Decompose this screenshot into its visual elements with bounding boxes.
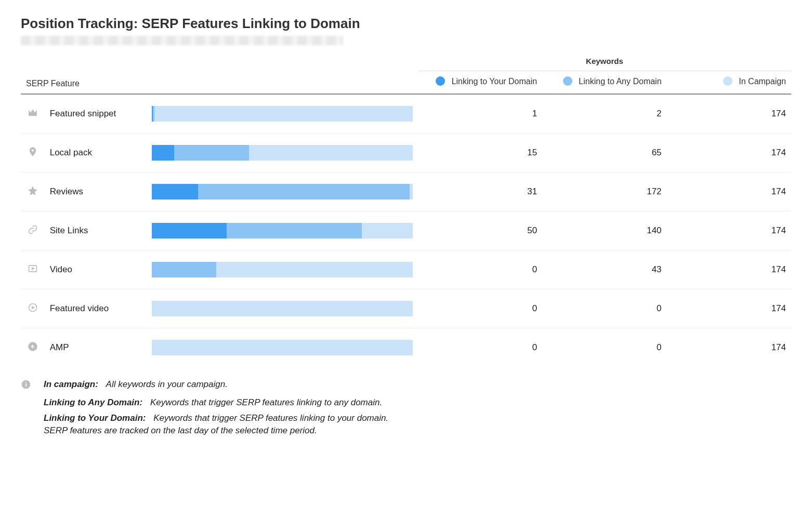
feature-bar [147, 328, 418, 367]
value-in-campaign: 174 [667, 289, 791, 328]
info-icon [21, 379, 44, 392]
value-linking-your: 1 [418, 94, 542, 134]
feature-bar [147, 134, 418, 172]
table-row[interactable]: Reviews31172174 [21, 172, 791, 211]
feature-bar [147, 172, 418, 211]
bolt-icon [21, 328, 45, 367]
value-linking-any: 65 [542, 134, 666, 172]
serp-features-table: SERP Feature Keywords Linking to Your Do… [21, 52, 791, 367]
definitions: In campaign: All keywords in your campai… [21, 379, 791, 436]
pin-icon [21, 134, 45, 172]
def-term-in-campaign: In campaign: [44, 379, 98, 389]
page-title: Position Tracking: SERP Features Linking… [21, 16, 791, 32]
value-linking-any: 2 [542, 94, 666, 134]
legend-dot-any-icon [563, 76, 572, 86]
feature-bar [147, 289, 418, 328]
feature-bar [147, 250, 418, 289]
value-linking-your: 0 [418, 289, 542, 328]
play-sq-icon [21, 250, 45, 289]
link-icon [21, 211, 45, 250]
value-in-campaign: 174 [667, 134, 791, 172]
feature-name: Reviews [45, 172, 147, 211]
legend-dot-campaign-icon [723, 76, 732, 86]
legend-in-campaign: In Campaign [667, 71, 791, 95]
value-in-campaign: 174 [667, 211, 791, 250]
value-linking-your: 50 [418, 211, 542, 250]
def-desc-linking-your: Keywords that trigger SERP features link… [153, 413, 388, 423]
legend-dot-your-icon [436, 76, 445, 86]
value-linking-any: 140 [542, 211, 666, 250]
star-icon [21, 172, 45, 211]
crown-icon [21, 94, 45, 134]
col-header-serp-feature: SERP Feature [21, 52, 418, 94]
table-row[interactable]: AMP00174 [21, 328, 791, 367]
value-linking-any: 172 [542, 172, 666, 211]
legend-linking-your: Linking to Your Domain [418, 71, 542, 95]
legend-label-campaign: In Campaign [739, 77, 786, 86]
table-row[interactable]: Featured video00174 [21, 289, 791, 328]
table-row[interactable]: Video043174 [21, 250, 791, 289]
feature-name: AMP [45, 328, 147, 367]
feature-bar [147, 94, 418, 134]
legend-linking-any: Linking to Any Domain [542, 71, 666, 95]
value-linking-your: 0 [418, 250, 542, 289]
value-linking-any: 0 [542, 328, 666, 367]
def-desc-in-campaign: All keywords in your campaign. [106, 379, 228, 389]
def-footnote: SERP features are tracked on the last da… [44, 426, 791, 436]
value-in-campaign: 174 [667, 328, 791, 367]
def-term-linking-any: Linking to Any Domain: [44, 397, 142, 407]
feature-name: Featured snippet [45, 94, 147, 134]
def-desc-linking-any: Keywords that trigger SERP features link… [150, 397, 382, 407]
col-group-keywords: Keywords [418, 52, 791, 71]
svg-rect-6 [25, 382, 27, 383]
legend-label-any: Linking to Any Domain [579, 77, 661, 86]
value-in-campaign: 174 [667, 172, 791, 211]
legend-label-your: Linking to Your Domain [452, 77, 538, 86]
value-linking-your: 31 [418, 172, 542, 211]
play-ci-icon [21, 289, 45, 328]
table-row[interactable]: Site Links50140174 [21, 211, 791, 250]
value-in-campaign: 174 [667, 250, 791, 289]
value-linking-any: 0 [542, 289, 666, 328]
feature-bar [147, 211, 418, 250]
feature-name: Video [45, 250, 147, 289]
svg-rect-5 [25, 383, 27, 387]
table-row[interactable]: Local pack1565174 [21, 134, 791, 172]
value-in-campaign: 174 [667, 94, 791, 134]
table-row[interactable]: Featured snippet12174 [21, 94, 791, 134]
redacted-subtitle [21, 36, 343, 45]
feature-name: Featured video [45, 289, 147, 328]
value-linking-any: 43 [542, 250, 666, 289]
feature-name: Site Links [45, 211, 147, 250]
def-term-linking-your: Linking to Your Domain: [44, 413, 146, 423]
feature-name: Local pack [45, 134, 147, 172]
value-linking-your: 15 [418, 134, 542, 172]
svg-rect-0 [29, 115, 36, 116]
value-linking-your: 0 [418, 328, 542, 367]
